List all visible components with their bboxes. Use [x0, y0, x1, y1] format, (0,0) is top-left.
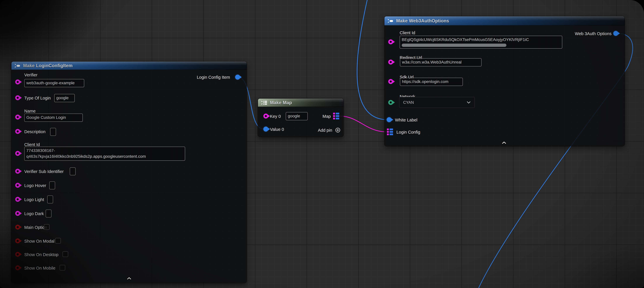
node-title: Make Map — [270, 100, 292, 105]
show-on-mobile-checkbox[interactable] — [60, 265, 65, 270]
pin-type-of-login[interactable] — [15, 95, 20, 100]
pin-logo-hover[interactable] — [15, 183, 20, 188]
pin-show-on-mobile[interactable] — [15, 265, 20, 270]
verifier-input[interactable]: web3auth-google-example — [24, 79, 84, 87]
textbox-scrollbar[interactable] — [402, 44, 506, 47]
make-struct-icon — [14, 63, 21, 69]
pin-value-0[interactable] — [263, 127, 268, 132]
output-pin-web3auth-options[interactable] — [613, 31, 618, 36]
pin-logo-dark[interactable] — [15, 211, 20, 216]
client-id-line2: q463s7kpvja16l4l0kko3nb925ikds2p.apps.go… — [26, 154, 146, 159]
pin-label: Logo Dark — [24, 211, 44, 216]
output-pin-label: Web 3Auth Options — [575, 31, 612, 36]
pin-label: Type Of Login — [24, 96, 51, 101]
pin-label: Description — [24, 129, 46, 134]
node-make-map[interactable]: Make Map Key 0 google Map Value 0 Add pi… — [258, 99, 343, 137]
node-title: Make Web3AuthOptions — [396, 18, 449, 24]
make-map-icon — [261, 100, 268, 106]
chevron-down-icon — [466, 101, 471, 104]
description-input[interactable] — [50, 128, 56, 136]
network-selected-value: CYAN — [403, 100, 414, 105]
pin-sdk-url[interactable] — [388, 79, 393, 84]
pin-label: Show On Modal — [24, 239, 54, 244]
pin-show-on-desktop[interactable] — [15, 252, 20, 257]
pin-client-id[interactable] — [388, 39, 393, 44]
redirect-url-input[interactable]: w3a://com.w3a.Web3AuthUnreal — [400, 58, 482, 67]
show-on-modal-checkbox[interactable] — [55, 238, 61, 243]
pin-label: Main Option — [24, 225, 47, 230]
pin-label: Show On Desktop — [24, 252, 58, 257]
collapse-chevron-icon[interactable] — [127, 277, 132, 280]
add-pin-label: Add pin — [318, 128, 332, 133]
pin-verifier[interactable] — [15, 80, 20, 84]
pin-name[interactable] — [15, 115, 20, 120]
client-id-input[interactable]: BEglQSgt4cUWcj6SKRdu5QkOXTsePmMcusG5EAoy… — [400, 36, 562, 49]
output-pin-login-config-item[interactable] — [235, 75, 240, 80]
pin-key-0[interactable] — [263, 114, 268, 119]
pin-logo-light[interactable] — [15, 197, 20, 202]
pin-label: Value 0 — [270, 127, 284, 132]
pin-verifier-sub-identifier[interactable] — [15, 169, 20, 174]
add-pin-button[interactable] — [335, 127, 340, 133]
wire-offscreen-to-whitelabel[interactable] — [357, 0, 387, 120]
pin-main-option[interactable] — [15, 225, 20, 230]
pin-label: White Label — [395, 118, 417, 123]
pin-white-label[interactable] — [387, 117, 392, 122]
pin-redirect-url[interactable] — [388, 60, 393, 65]
pin-label: Verifier Sub Identifier — [24, 169, 64, 174]
pin-network[interactable] — [388, 100, 393, 105]
key-0-input[interactable]: google — [286, 112, 308, 120]
name-input[interactable]: Google Custom Login — [24, 114, 83, 122]
client-id-text: BEglQSgt4cUWcj6SKRdu5QkOXTsePmMcusG5EAoy… — [402, 37, 529, 42]
client-id-input[interactable]: 774338308167-q463s7kpvja16l4l0kko3nb925i… — [24, 147, 185, 161]
client-id-line1: 774338308167- — [26, 148, 55, 153]
logo-hover-input[interactable] — [49, 181, 55, 189]
logo-light-input[interactable] — [47, 195, 53, 203]
output-pin-map[interactable] — [333, 113, 340, 119]
verifier-sub-identifier-input[interactable] — [70, 167, 76, 175]
node-header[interactable]: Make Web3AuthOptions — [384, 17, 624, 26]
show-on-desktop-checkbox[interactable] — [62, 251, 68, 257]
pin-login-config[interactable] — [387, 129, 393, 135]
node-make-web3authoptions[interactable]: Make Web3AuthOptions Client Id Web 3Auth… — [384, 17, 624, 146]
output-pin-label: Map — [322, 114, 331, 119]
node-title: Make LoginConfigItem — [23, 63, 72, 68]
graph-canvas[interactable]: Make LoginConfigItem Login Config Item V… — [0, 0, 644, 288]
type-of-login-input[interactable]: google — [54, 94, 75, 102]
sdk-url-input[interactable]: https://sdk.openlogin.com — [400, 78, 463, 86]
pin-label: Client Id — [24, 142, 40, 147]
pin-label: Show On Mobile — [24, 266, 56, 270]
node-make-loginconfigitem[interactable]: Make LoginConfigItem Login Config Item V… — [12, 62, 246, 283]
output-pin-label: Login Config Item — [197, 75, 230, 80]
pin-client-id[interactable] — [15, 151, 20, 156]
blueprint-editor: Make LoginConfigItem Login Config Item V… — [0, 0, 644, 288]
pin-label: Logo Hover — [24, 183, 46, 188]
pin-show-on-modal[interactable] — [15, 238, 20, 243]
pin-label: Name — [24, 109, 36, 114]
network-dropdown[interactable]: CYAN — [399, 97, 475, 108]
logo-dark-input[interactable] — [46, 210, 52, 217]
pin-label: Logo Light — [24, 197, 44, 202]
pin-label: Key 0 — [270, 114, 281, 119]
node-header[interactable]: Make Map — [258, 99, 343, 107]
pin-label: Client Id — [400, 30, 415, 35]
main-option-checkbox[interactable] — [44, 224, 50, 230]
pin-label: Verifier — [24, 73, 38, 77]
pin-label: Login Config — [396, 130, 420, 135]
pin-description[interactable] — [15, 129, 20, 134]
node-header[interactable]: Make LoginConfigItem — [12, 62, 246, 70]
make-struct-icon — [387, 18, 394, 24]
collapse-chevron-icon[interactable] — [502, 141, 506, 144]
